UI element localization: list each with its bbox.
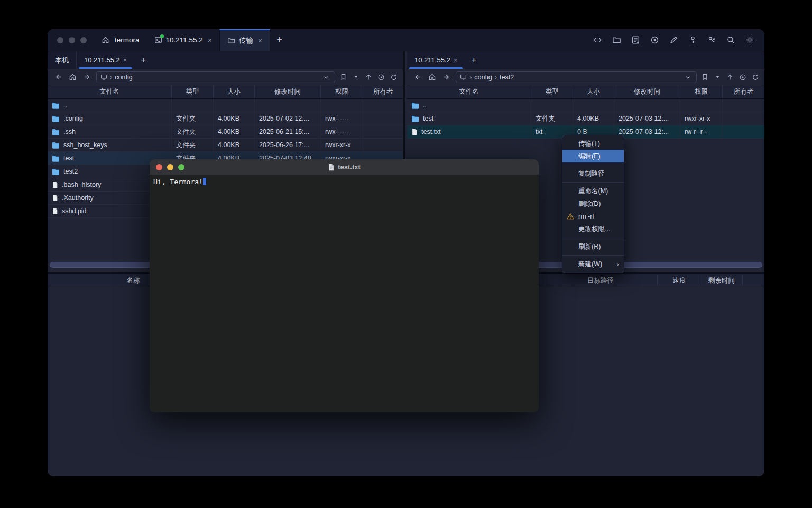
column-header-size[interactable]: 大小 xyxy=(573,85,614,98)
code-snippets-icon[interactable] xyxy=(591,34,604,47)
tab-ssh-session[interactable]: 10.211.55.2 × xyxy=(147,29,220,51)
home-icon xyxy=(102,36,109,44)
file-owner-cell xyxy=(723,125,764,138)
file-row[interactable]: .. xyxy=(407,99,764,112)
log-icon[interactable] xyxy=(629,34,642,47)
refresh-icon[interactable] xyxy=(389,72,399,82)
file-mtime-cell: 2025-06-21 15:... xyxy=(255,125,321,138)
edit-pencil-icon[interactable] xyxy=(667,34,680,47)
new-tab-button[interactable]: + xyxy=(270,29,289,51)
home-icon[interactable] xyxy=(426,71,438,83)
file-row[interactable]: .ssh文件夹4.00KB2025-06-21 15:...rwx------ xyxy=(48,125,403,139)
tab-local[interactable]: 本机 xyxy=(48,51,77,69)
bookmark-icon[interactable] xyxy=(338,72,348,82)
breadcrumb-segment[interactable]: config xyxy=(115,74,132,81)
menu-item-chmod[interactable]: 更改权限... xyxy=(562,223,624,235)
close-window-button[interactable] xyxy=(57,37,63,43)
file-name-label: .Xauthority xyxy=(62,194,94,202)
editor-titlebar[interactable]: test.txt xyxy=(150,159,539,175)
warning-icon xyxy=(567,213,574,220)
upload-icon[interactable] xyxy=(725,72,735,82)
search-icon[interactable] xyxy=(724,34,737,47)
left-path-breadcrumb[interactable]: › config xyxy=(96,71,335,83)
column-header-mtime[interactable]: 修改时间 xyxy=(614,85,680,98)
transfer-column-name[interactable]: 名称 xyxy=(127,274,140,287)
file-name-cell: .. xyxy=(407,99,531,112)
chevron-down-icon[interactable] xyxy=(683,72,693,82)
file-name-label: test xyxy=(423,115,433,122)
close-tab-icon[interactable]: × xyxy=(454,56,458,64)
chevron-down-icon[interactable] xyxy=(321,72,331,82)
breadcrumb-segment[interactable]: config xyxy=(474,74,492,81)
bookmark-icon[interactable] xyxy=(700,72,709,82)
home-icon[interactable] xyxy=(67,71,78,83)
transfer-column-remaining[interactable]: 剩余时间 xyxy=(708,274,735,287)
menu-separator xyxy=(562,182,624,183)
tab-transfer-label: 传输 xyxy=(239,36,253,46)
column-header-name[interactable]: 文件名 xyxy=(48,85,172,98)
add-panel-tab-button[interactable]: + xyxy=(134,51,152,69)
file-icon xyxy=(52,207,58,215)
column-header-perm[interactable]: 权限 xyxy=(321,85,363,98)
menu-item-new[interactable]: 新建(W) › xyxy=(562,258,624,270)
show-hidden-icon[interactable] xyxy=(738,72,748,82)
minimize-window-button[interactable] xyxy=(69,37,75,43)
close-tab-icon[interactable]: × xyxy=(258,37,262,45)
zoom-window-button[interactable] xyxy=(80,37,87,43)
column-header-owner[interactable]: 所有者 xyxy=(723,85,764,98)
bookmark-dropdown-icon[interactable] xyxy=(713,72,722,82)
menu-item-transfer[interactable]: 传输(T) xyxy=(562,137,624,150)
file-row[interactable]: .. xyxy=(48,99,403,112)
tab-remote-right-label: 10.211.55.2 xyxy=(414,56,450,64)
menu-item-delete[interactable]: 删除(D) xyxy=(562,197,624,210)
breadcrumb-segment[interactable]: test2 xyxy=(500,74,514,81)
left-toolbar: › config xyxy=(48,69,403,85)
column-header-size[interactable]: 大小 xyxy=(214,85,255,98)
editor-text: Hi, Termora! xyxy=(153,178,203,186)
close-tab-icon[interactable]: × xyxy=(208,36,212,44)
record-macro-icon[interactable] xyxy=(648,34,661,47)
show-hidden-icon[interactable] xyxy=(376,72,386,82)
menu-item-edit[interactable]: 编辑(E) xyxy=(562,150,624,162)
close-tab-icon[interactable]: × xyxy=(123,56,127,64)
keychain-icon[interactable] xyxy=(705,34,718,47)
editor-content[interactable]: Hi, Termora! xyxy=(150,175,539,188)
menu-item-refresh[interactable]: 刷新(R) xyxy=(562,240,624,253)
key-icon[interactable] xyxy=(686,34,699,47)
file-mtime-cell xyxy=(255,99,321,112)
transfer-column-speed[interactable]: 速度 xyxy=(673,274,686,287)
add-panel-tab-button[interactable]: + xyxy=(465,51,483,69)
bookmark-dropdown-icon[interactable] xyxy=(351,72,361,82)
column-header-mtime[interactable]: 修改时间 xyxy=(255,85,321,98)
column-header-name[interactable]: 文件名 xyxy=(407,85,531,98)
tab-remote-left[interactable]: 10.211.55.2 × xyxy=(77,51,134,69)
settings-gear-icon[interactable] xyxy=(743,34,756,47)
file-size-cell: 4.00KB xyxy=(214,139,255,151)
back-icon[interactable] xyxy=(52,71,63,83)
file-row[interactable]: ssh_host_keys文件夹4.00KB2025-06-26 17:...r… xyxy=(48,139,403,152)
menu-item-rm-rf[interactable]: rm -rf xyxy=(562,210,624,223)
tab-home[interactable]: Termora xyxy=(94,29,147,51)
file-perm-cell: rw-r--r-- xyxy=(680,125,723,138)
file-row[interactable]: test文件夹4.00KB2025-07-03 12:...rwxr-xr-x xyxy=(407,112,764,125)
tab-transfer[interactable]: 传输 × xyxy=(219,29,270,51)
menu-item-copy-path[interactable]: 复制路径 xyxy=(562,167,624,180)
column-header-perm[interactable]: 权限 xyxy=(680,85,723,98)
breadcrumb-sep: › xyxy=(469,73,472,81)
folder-manager-icon[interactable] xyxy=(610,34,623,47)
right-path-breadcrumb[interactable]: › config › test2 xyxy=(456,71,697,83)
menu-item-rename[interactable]: 重命名(M) xyxy=(562,185,624,197)
editor-window: test.txt Hi, Termora! xyxy=(150,159,539,412)
forward-icon[interactable] xyxy=(441,71,453,83)
transfer-column-target[interactable]: 目标路径 xyxy=(587,274,614,287)
forward-icon[interactable] xyxy=(81,71,93,83)
refresh-icon[interactable] xyxy=(751,72,760,82)
back-icon[interactable] xyxy=(411,71,423,83)
column-header-owner[interactable]: 所有者 xyxy=(363,85,403,98)
column-header-type[interactable]: 类型 xyxy=(531,85,573,98)
file-size-cell xyxy=(214,99,255,112)
column-header-type[interactable]: 类型 xyxy=(172,85,214,98)
tab-remote-right[interactable]: 10.211.55.2 × xyxy=(407,51,465,69)
upload-icon[interactable] xyxy=(364,72,373,82)
file-row[interactable]: .config文件夹4.00KB2025-07-02 12:...rwx----… xyxy=(48,112,403,125)
